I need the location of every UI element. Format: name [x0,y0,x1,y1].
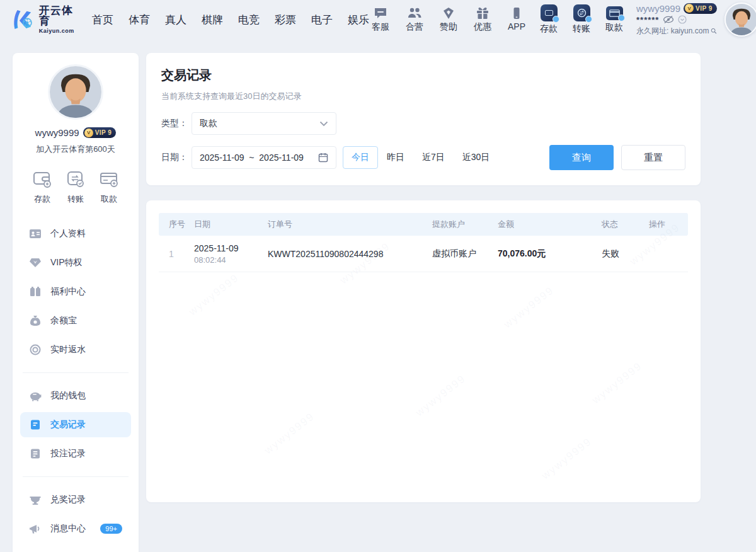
type-select-value: 取款 [200,118,217,129]
people-icon [408,7,421,20]
username-text: wywy9999 [636,3,680,14]
brand-name-cn: 开云体育 [39,5,78,26]
partner-link[interactable]: 合营 [403,7,426,33]
vip-v-icon: V [84,129,93,137]
watermark: wywy9999 [413,372,468,419]
sidebar-item-transactions[interactable]: 交易记录 [20,412,131,437]
watermark: wywy9999 [539,435,594,482]
sidebar-item-yuebao[interactable]: 余额宝 [20,308,131,333]
permanent-url-text: 永久网址: kaiyun.com [636,26,709,37]
join-days-text: 加入开云体育第600天 [13,144,139,155]
nav-item-esports[interactable]: 电竞 [238,13,260,27]
date-filter-row: 日期： 2025-11-09 ~ 2025-11-09 今日 昨日 近7日 近3… [161,145,685,170]
nav-item-sports[interactable]: 体育 [129,13,150,27]
sidebar-item-prizes[interactable]: 兑奖记录 [20,487,131,512]
watermark: wywy9999 [186,272,241,318]
range-7days-button[interactable]: 近7日 [413,146,454,169]
diamond-badge-icon [442,7,455,20]
eye-off-icon[interactable] [663,15,674,24]
cell-index: 1 [169,249,194,259]
welfare-icon [29,286,42,297]
sidebar-username: wywy9999 [35,127,79,138]
search-button[interactable]: 查询 [549,145,614,170]
filter-card: 交易记录 当前系统支持查询最近30日的交易记录 类型： 取款 日期： 2025-… [146,53,701,185]
date-label: 日期： [161,152,192,163]
divider [23,476,129,477]
profile-avatar[interactable] [48,64,103,120]
deposit-link[interactable]: 存款 [537,4,561,35]
sidebar-transfer[interactable]: 转账 [65,169,86,205]
chevron-circle-icon[interactable] [678,15,687,24]
page-title: 交易记录 [161,67,685,84]
col-account: 提款账户 [432,219,498,230]
calendar-icon [318,152,328,163]
sidebar-quick-actions: 存款 转账 取款 [13,169,139,205]
nav-item-live[interactable]: 真人 [165,13,186,27]
sidebar-item-wallet[interactable]: 我的钱包 [20,383,131,408]
avatar[interactable] [724,3,756,37]
nav-item-home[interactable]: 首页 [92,13,113,27]
message-count-badge: 99+ [100,524,122,534]
megaphone-icon [29,523,42,534]
sidebar-item-profile[interactable]: 个人资料 [20,221,131,246]
sidebar-item-rebate[interactable]: 实时返水 [20,337,131,362]
prize-icon [29,494,42,505]
promo-link[interactable]: 优惠 [471,7,494,33]
type-select[interactable]: 取款 [192,112,336,135]
withdraw-link[interactable]: 取款 [602,4,626,35]
reset-button[interactable]: 重置 [621,145,685,170]
col-amount: 金额 [498,219,602,230]
vip-v-icon: V [685,4,694,13]
cell-status: 失败 [602,248,649,260]
date-range-shortcuts: 今日 昨日 近7日 近30日 [343,146,498,169]
sidebar-item-welfare[interactable]: 福利中心 [20,279,131,304]
watermark: wywy9999 [262,410,317,457]
col-index: 序号 [169,219,194,230]
col-order-no: 订单号 [268,219,432,230]
bet-record-icon [29,448,42,459]
sidebar-item-bets[interactable]: 投注记录 [20,441,131,466]
sidebar-vip-badge[interactable]: V VIP 9 [83,127,117,138]
withdraw-icon [606,6,623,20]
sidebar-withdraw[interactable]: 取款 [98,169,120,205]
nav-item-slots[interactable]: 电子 [311,13,333,27]
app-link[interactable]: APP [505,7,528,33]
sidebar-item-vip[interactable]: VIP特权 [20,250,131,275]
watermark: wywy9999 [501,284,556,331]
range-today-button[interactable]: 今日 [343,146,378,169]
chat-bubble-icon [374,7,387,20]
divider [23,372,129,373]
nav-item-lottery[interactable]: 彩票 [275,13,296,27]
phone-icon [510,7,524,20]
col-action: 操作 [649,219,688,230]
records-table-card: wywy9999 wywy9999 wywy9999 wywy9999 wywy… [146,200,701,502]
cell-account: 虚拟币账户 [432,248,498,260]
nav-item-entertainment[interactable]: 娱乐 [348,13,369,27]
transfer-outline-icon [65,169,86,189]
watermark: wywy9999 [590,360,644,406]
gift-icon [476,7,490,20]
sidebar-item-messages[interactable]: 消息中心 99+ [20,516,131,541]
sponsor-link[interactable]: 赞助 [437,7,460,33]
brand-name-en: Kaiyun.com [39,28,78,34]
piggy-bank-icon [29,390,42,401]
range-yesterday-button[interactable]: 昨日 [378,146,413,169]
vip-badge[interactable]: V VIP 9 [684,3,717,14]
range-30days-button[interactable]: 近30日 [454,146,499,169]
gem-icon [29,257,42,268]
nav-item-cards[interactable]: 棋牌 [202,13,223,27]
service-link[interactable]: 客服 [369,7,392,33]
type-label: 类型： [161,118,192,129]
main-content: 交易记录 当前系统支持查询最近30日的交易记录 类型： 取款 日期： 2025-… [146,53,701,502]
brand-logo[interactable]: 开云体育 Kaiyun.com [10,5,78,34]
top-quick-links: 客服 合营 赞助 优惠 APP [369,7,528,33]
transfer-icon [573,4,590,21]
sidebar-deposit[interactable]: 存款 [32,169,53,205]
date-range-input[interactable]: 2025-11-09 ~ 2025-11-09 [192,146,336,169]
wallet-outline-icon [32,169,53,189]
sidebar: wywy9999 V VIP 9 加入开云体育第600天 存款 转账 取款 [13,53,139,552]
transfer-link[interactable]: 转账 [570,4,593,35]
magnifier-icon[interactable] [711,26,717,35]
deposit-icon [541,4,558,21]
col-date: 日期 [194,219,268,230]
